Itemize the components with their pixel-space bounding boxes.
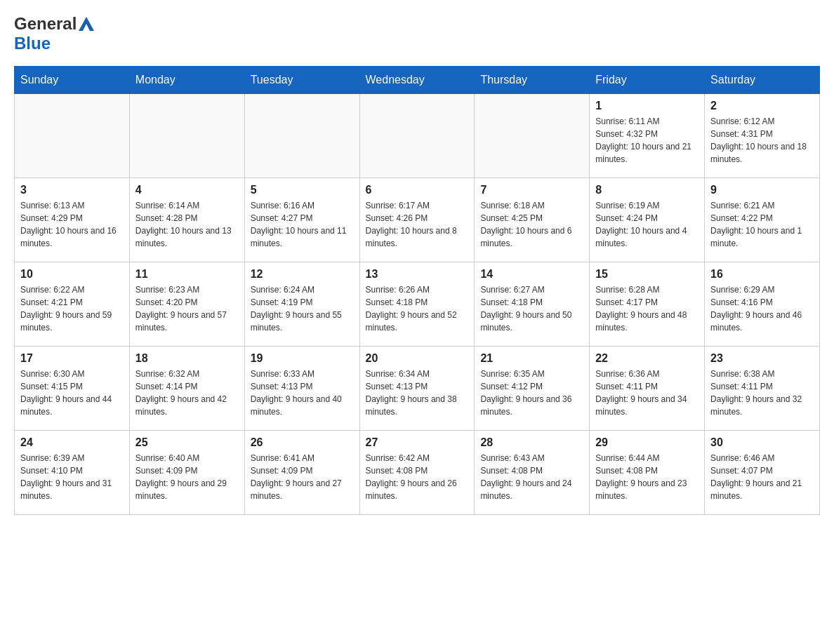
weekday-header-saturday: Saturday: [705, 67, 820, 94]
calendar-header-row: SundayMondayTuesdayWednesdayThursdayFrid…: [15, 67, 820, 94]
day-info: Sunrise: 6:13 AMSunset: 4:29 PMDaylight:…: [20, 199, 124, 250]
day-info: Sunrise: 6:19 AMSunset: 4:24 PMDaylight:…: [595, 199, 699, 250]
calendar-cell: 24Sunrise: 6:39 AMSunset: 4:10 PMDayligh…: [15, 431, 130, 515]
calendar-cell: 15Sunrise: 6:28 AMSunset: 4:17 PMDayligh…: [590, 262, 705, 347]
calendar-cell: 7Sunrise: 6:18 AMSunset: 4:25 PMDaylight…: [475, 178, 590, 262]
calendar-cell: 16Sunrise: 6:29 AMSunset: 4:16 PMDayligh…: [705, 262, 820, 347]
calendar-week-row: 24Sunrise: 6:39 AMSunset: 4:10 PMDayligh…: [15, 431, 820, 515]
calendar-week-row: 17Sunrise: 6:30 AMSunset: 4:15 PMDayligh…: [15, 347, 820, 431]
day-info: Sunrise: 6:24 AMSunset: 4:19 PMDaylight:…: [251, 283, 354, 334]
day-info: Sunrise: 6:28 AMSunset: 4:17 PMDaylight:…: [595, 283, 699, 334]
day-number: 8: [595, 184, 699, 196]
logo-general-text: General: [14, 14, 77, 34]
day-number: 1: [595, 100, 699, 112]
calendar-cell: 10Sunrise: 6:22 AMSunset: 4:21 PMDayligh…: [15, 262, 130, 347]
weekday-header-monday: Monday: [129, 67, 244, 94]
calendar-table: SundayMondayTuesdayWednesdayThursdayFrid…: [14, 66, 820, 515]
calendar-cell: 30Sunrise: 6:46 AMSunset: 4:07 PMDayligh…: [705, 431, 820, 515]
day-info: Sunrise: 6:41 AMSunset: 4:09 PMDaylight:…: [251, 452, 354, 502]
weekday-header-sunday: Sunday: [15, 67, 130, 94]
day-info: Sunrise: 6:36 AMSunset: 4:11 PMDaylight:…: [595, 368, 699, 418]
calendar-cell: 13Sunrise: 6:26 AMSunset: 4:18 PMDayligh…: [359, 262, 475, 347]
calendar-cell: 8Sunrise: 6:19 AMSunset: 4:24 PMDaylight…: [590, 178, 705, 262]
day-number: 18: [135, 352, 239, 365]
calendar-cell: 21Sunrise: 6:35 AMSunset: 4:12 PMDayligh…: [475, 347, 590, 431]
calendar-cell: 20Sunrise: 6:34 AMSunset: 4:13 PMDayligh…: [359, 347, 475, 431]
day-info: Sunrise: 6:38 AMSunset: 4:11 PMDaylight:…: [710, 368, 814, 418]
day-number: 17: [20, 352, 124, 365]
calendar-cell: [15, 94, 130, 178]
day-number: 28: [480, 436, 583, 449]
calendar-week-row: 1Sunrise: 6:11 AMSunset: 4:32 PMDaylight…: [15, 94, 820, 178]
day-number: 21: [480, 352, 583, 365]
calendar-cell: 27Sunrise: 6:42 AMSunset: 4:08 PMDayligh…: [359, 431, 475, 515]
day-info: Sunrise: 6:14 AMSunset: 4:28 PMDaylight:…: [135, 199, 239, 250]
calendar-cell: 4Sunrise: 6:14 AMSunset: 4:28 PMDaylight…: [129, 178, 244, 262]
day-info: Sunrise: 6:29 AMSunset: 4:16 PMDaylight:…: [710, 283, 814, 334]
weekday-header-wednesday: Wednesday: [359, 67, 475, 94]
calendar-week-row: 10Sunrise: 6:22 AMSunset: 4:21 PMDayligh…: [15, 262, 820, 347]
day-info: Sunrise: 6:12 AMSunset: 4:31 PMDaylight:…: [710, 115, 814, 166]
logo-blue-text: Blue: [14, 34, 51, 53]
calendar-week-row: 3Sunrise: 6:13 AMSunset: 4:29 PMDaylight…: [15, 178, 820, 262]
calendar-cell: [475, 94, 590, 178]
day-info: Sunrise: 6:40 AMSunset: 4:09 PMDaylight:…: [135, 452, 239, 502]
logo-triangle-icon: [79, 17, 94, 34]
calendar-cell: 19Sunrise: 6:33 AMSunset: 4:13 PMDayligh…: [244, 347, 359, 431]
day-number: 5: [251, 184, 354, 196]
day-number: 11: [135, 268, 239, 281]
calendar-cell: 23Sunrise: 6:38 AMSunset: 4:11 PMDayligh…: [705, 347, 820, 431]
day-info: Sunrise: 6:26 AMSunset: 4:18 PMDaylight:…: [366, 283, 469, 334]
day-info: Sunrise: 6:42 AMSunset: 4:08 PMDaylight:…: [366, 452, 469, 502]
logo: General Blue: [14, 14, 94, 53]
calendar-cell: 29Sunrise: 6:44 AMSunset: 4:08 PMDayligh…: [590, 431, 705, 515]
day-info: Sunrise: 6:21 AMSunset: 4:22 PMDaylight:…: [710, 199, 814, 250]
day-number: 29: [595, 436, 699, 449]
day-info: Sunrise: 6:17 AMSunset: 4:26 PMDaylight:…: [366, 199, 469, 250]
calendar-cell: 2Sunrise: 6:12 AMSunset: 4:31 PMDaylight…: [705, 94, 820, 178]
day-number: 27: [366, 436, 469, 449]
calendar-cell: 5Sunrise: 6:16 AMSunset: 4:27 PMDaylight…: [244, 178, 359, 262]
weekday-header-friday: Friday: [590, 67, 705, 94]
calendar-cell: [359, 94, 475, 178]
day-info: Sunrise: 6:33 AMSunset: 4:13 PMDaylight:…: [251, 368, 354, 418]
day-info: Sunrise: 6:11 AMSunset: 4:32 PMDaylight:…: [595, 115, 699, 166]
day-info: Sunrise: 6:32 AMSunset: 4:14 PMDaylight:…: [135, 368, 239, 418]
day-number: 2: [710, 100, 814, 112]
day-number: 12: [251, 268, 354, 281]
calendar-cell: 25Sunrise: 6:40 AMSunset: 4:09 PMDayligh…: [129, 431, 244, 515]
calendar-cell: [129, 94, 244, 178]
weekday-header-thursday: Thursday: [475, 67, 590, 94]
day-number: 10: [20, 268, 124, 281]
day-number: 24: [20, 436, 124, 449]
calendar-cell: 12Sunrise: 6:24 AMSunset: 4:19 PMDayligh…: [244, 262, 359, 347]
day-number: 25: [135, 436, 239, 449]
calendar-cell: 6Sunrise: 6:17 AMSunset: 4:26 PMDaylight…: [359, 178, 475, 262]
day-number: 7: [480, 184, 583, 196]
day-info: Sunrise: 6:27 AMSunset: 4:18 PMDaylight:…: [480, 283, 583, 334]
day-info: Sunrise: 6:43 AMSunset: 4:08 PMDaylight:…: [480, 452, 583, 502]
calendar-cell: 1Sunrise: 6:11 AMSunset: 4:32 PMDaylight…: [590, 94, 705, 178]
day-info: Sunrise: 6:16 AMSunset: 4:27 PMDaylight:…: [251, 199, 354, 250]
day-number: 6: [366, 184, 469, 196]
day-number: 20: [366, 352, 469, 365]
day-info: Sunrise: 6:18 AMSunset: 4:25 PMDaylight:…: [480, 199, 583, 250]
day-info: Sunrise: 6:23 AMSunset: 4:20 PMDaylight:…: [135, 283, 239, 334]
calendar-cell: 22Sunrise: 6:36 AMSunset: 4:11 PMDayligh…: [590, 347, 705, 431]
day-number: 3: [20, 184, 124, 196]
calendar-cell: 26Sunrise: 6:41 AMSunset: 4:09 PMDayligh…: [244, 431, 359, 515]
calendar-cell: 28Sunrise: 6:43 AMSunset: 4:08 PMDayligh…: [475, 431, 590, 515]
day-number: 4: [135, 184, 239, 196]
day-number: 30: [710, 436, 814, 449]
day-info: Sunrise: 6:35 AMSunset: 4:12 PMDaylight:…: [480, 368, 583, 418]
day-number: 16: [710, 268, 814, 281]
day-info: Sunrise: 6:34 AMSunset: 4:13 PMDaylight:…: [366, 368, 469, 418]
day-number: 23: [710, 352, 814, 365]
day-number: 14: [480, 268, 583, 281]
day-number: 26: [251, 436, 354, 449]
day-number: 19: [251, 352, 354, 365]
calendar-cell: 17Sunrise: 6:30 AMSunset: 4:15 PMDayligh…: [15, 347, 130, 431]
day-number: 9: [710, 184, 814, 196]
day-info: Sunrise: 6:44 AMSunset: 4:08 PMDaylight:…: [595, 452, 699, 502]
day-info: Sunrise: 6:22 AMSunset: 4:21 PMDaylight:…: [20, 283, 124, 334]
